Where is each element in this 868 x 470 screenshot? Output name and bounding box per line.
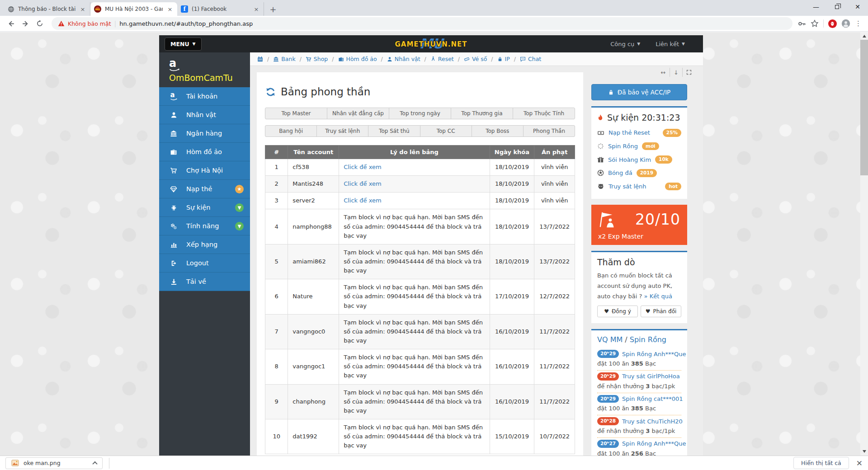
spin-entry-link[interactable]: Spin Rồng cat***001 — [622, 395, 683, 402]
spin-log-title: VQ MM / Spin Rồng — [597, 335, 681, 344]
spin-rong-link[interactable]: Spin Rồng — [630, 335, 666, 344]
profile-avatar[interactable] — [841, 19, 850, 28]
close-window-button[interactable]: ✕ — [847, 0, 868, 14]
filter-row-1: Top Master Nhân vật đẳng cấp Top trong n… — [265, 108, 575, 119]
bookmark-star-icon[interactable] — [811, 19, 819, 28]
filter-nhan-vat-dang-cap[interactable]: Nhân vật đẳng cấp — [327, 108, 389, 119]
promo-panel[interactable]: 20/10 x2 Exp Master — [591, 205, 687, 245]
expand-icon[interactable] — [682, 68, 695, 77]
time-badge: 20ʰ29 — [597, 350, 619, 358]
spin-entry-link[interactable]: Truy sát GirlPhoHoa — [622, 373, 680, 380]
gem-icon — [168, 186, 179, 193]
sidebar-item-cho-ha-noi[interactable]: Chợ Hà Nội — [159, 161, 250, 180]
sidebar-item-hom-do-ao[interactable]: Hòm đồ ảo — [159, 143, 250, 161]
sidebar-item-logout[interactable]: Logout — [159, 254, 250, 273]
tab-mu-ha-noi[interactable]: MU MU Hà Nội 2003 - GamethuVN.n × — [90, 2, 177, 16]
filter-top-cc[interactable]: Top CC — [420, 125, 472, 137]
sidebar-item-tai-khoan[interactable]: a Tài khoản — [159, 87, 250, 106]
protect-acc-ip-button[interactable]: Đã bảo vệ ACC/IP — [591, 84, 687, 100]
event-link[interactable]: Nạp thẻ Reset — [609, 129, 650, 136]
breadcrumb-ip[interactable]: IP — [497, 56, 510, 62]
back-button[interactable] — [5, 17, 17, 30]
logo-mu-text: MU — [419, 36, 443, 52]
close-icon[interactable]: × — [79, 5, 86, 13]
vq-mm-link[interactable]: VQ MM — [597, 335, 623, 344]
sidebar-item-ngan-hang[interactable]: Ngân hàng — [159, 124, 250, 143]
breadcrumb-hom-do-ao[interactable]: Hòm đồ ảo — [338, 56, 377, 62]
breadcrumb-label: Nhân vật — [395, 56, 420, 62]
sidebar-item-su-kien[interactable]: Sự kiện ▼ — [159, 198, 250, 217]
breadcrumb-nhan-vat[interactable]: Nhân vật — [387, 56, 420, 62]
spin-entry-link[interactable]: Spin Rồng Anh***Que — [622, 440, 686, 447]
links-dropdown[interactable]: Liên kết ▼ — [656, 41, 685, 47]
scroll-down-arrow[interactable] — [863, 450, 866, 453]
breadcrumb-bank[interactable]: Bank — [273, 56, 295, 62]
filter-bang-hoi[interactable]: Bang hội — [265, 125, 317, 137]
spin-entry: 20ʰ28Truy sát ChuTichH20 để nhận thưởng … — [597, 415, 681, 438]
chevron-up-icon[interactable] — [92, 461, 97, 466]
filter-top-thuong-gia[interactable]: Top Thương gia — [451, 108, 513, 119]
reason-link[interactable]: Click để xem — [344, 180, 381, 187]
page-scrollbar[interactable] — [860, 32, 868, 456]
breadcrumb-separator: / — [381, 56, 383, 62]
download-item[interactable]: oke man.png — [5, 457, 103, 469]
profile-block: a OmBomCamTu — [159, 52, 250, 87]
event-link[interactable]: Spin Rồng — [608, 143, 638, 150]
close-icon[interactable]: × — [166, 5, 174, 13]
adblock-hand-icon[interactable] — [828, 19, 837, 28]
breadcrumb-reset[interactable]: Reset — [430, 56, 454, 62]
sidebar-item-tinh-nang[interactable]: Tính năng ▼ — [159, 217, 250, 235]
table-row: 1 cf538 Click để xem 18/10/2019 vĩnh viễ… — [265, 159, 575, 176]
row-number: 8 — [265, 349, 288, 384]
close-icon[interactable]: × — [253, 5, 260, 13]
tab-facebook[interactable]: f (1) Facebook × — [177, 2, 264, 16]
key-icon[interactable] — [798, 20, 806, 28]
close-download-bar-icon[interactable]: ✕ — [856, 459, 863, 468]
reason-link[interactable]: Click để xem — [344, 197, 381, 204]
breadcrumb-chat[interactable]: Chat — [520, 56, 541, 62]
new-tab-button[interactable]: + — [267, 3, 279, 15]
tools-dropdown[interactable]: Công cụ ▼ — [610, 41, 640, 47]
forward-button[interactable] — [19, 17, 32, 30]
poll-disagree-button[interactable]: ♥ Phản đối — [641, 306, 681, 317]
sidebar-item-label: Tính năng — [186, 222, 219, 230]
resize-vertical-icon[interactable]: ↓ — [670, 68, 682, 77]
menu-button[interactable]: MENU ▼ — [165, 38, 202, 51]
calendar-icon[interactable] — [257, 56, 263, 62]
filter-top-master[interactable]: Top Master — [265, 108, 327, 119]
filter-phong-than[interactable]: Phong Thần — [523, 125, 575, 137]
event-link[interactable]: Sói Hoàng Kim — [608, 156, 651, 163]
sidebar-item-xep-hang[interactable]: Xếp hạng — [159, 235, 250, 254]
sidebar-item-nap-the[interactable]: Nạp thẻ ★ — [159, 180, 250, 198]
event-link[interactable]: Bóng đá — [608, 169, 632, 176]
resize-horizontal-icon[interactable]: ↔ — [657, 68, 670, 77]
address-bar[interactable]: Không bảo mật | hn.gamethuvn.net/#auth/t… — [52, 17, 793, 30]
entry-amount: 256 — [631, 450, 643, 456]
refresh-icon[interactable] — [266, 87, 275, 97]
filter-top-sat-thu[interactable]: Top Sát thủ — [368, 125, 420, 137]
spin-entry-link[interactable]: Spin Rồng Anh***Que — [622, 351, 686, 357]
refresh-button[interactable] — [33, 17, 46, 30]
event-link[interactable]: Truy sát lệnh — [609, 183, 646, 190]
filter-top-trong-ngay[interactable]: Top trong ngày — [389, 108, 451, 119]
show-all-downloads-button[interactable]: Hiển thị tất cả — [793, 457, 849, 469]
sidebar-item-nhan-vat[interactable]: Nhân vật — [159, 106, 250, 124]
scrollbar-thumb[interactable] — [860, 40, 868, 175]
filter-row-2: Bang hội Truy sát lệnh Top Sát thủ Top C… — [265, 125, 575, 137]
restore-button[interactable] — [826, 0, 847, 14]
browser-menu-icon[interactable]: ⋮ — [855, 19, 862, 28]
minimize-button[interactable]: — — [806, 0, 826, 14]
filter-top-boss[interactable]: Top Boss — [472, 125, 524, 137]
filter-top-thuoc-tinh[interactable]: Top Thuộc Tính — [513, 108, 575, 119]
penalty: 10/7/2022 — [534, 419, 575, 454]
poll-result-link[interactable]: » Kết quả — [644, 293, 672, 300]
breadcrumb-ve-so[interactable]: Vé số — [464, 56, 487, 62]
poll-agree-button[interactable]: ♥ Đồng ý — [597, 306, 638, 317]
tab-thong-bao[interactable]: Thông báo - Block tài khoản aut × — [4, 2, 90, 16]
breadcrumb-shop[interactable]: Shop — [306, 56, 328, 62]
spin-entry-link[interactable]: Truy sát ChuTichH20 — [622, 418, 683, 425]
reason-link[interactable]: Click để xem — [344, 164, 381, 170]
scroll-up-arrow[interactable] — [860, 32, 868, 40]
filter-truy-sat-lenh[interactable]: Truy sát lệnh — [316, 125, 368, 137]
sidebar-item-tai-ve[interactable]: Tải về — [159, 273, 250, 291]
